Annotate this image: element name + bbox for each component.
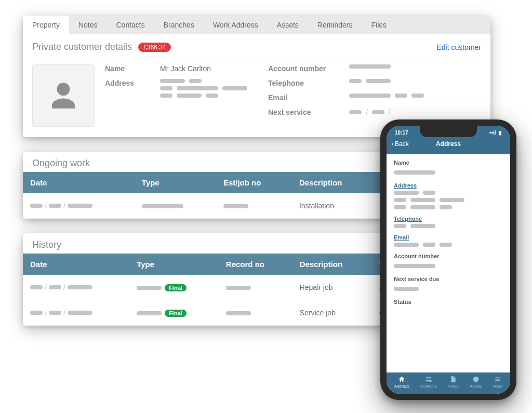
col-description: Description [292,172,376,193]
phone-nav-title: Address [436,140,461,148]
svg-point-0 [473,377,479,382]
cell-date: // [30,202,127,210]
name-label: Name [105,64,152,73]
tab-notes[interactable]: Notes [69,16,107,34]
back-label: Back [395,140,409,148]
phone-device: 10:17 ••ıl ▮ ‹ Back Address Name Address [380,119,516,400]
cell-record-no [226,286,251,290]
ptab-assets[interactable]: Assets [470,376,482,389]
cell-description: Service job [292,300,372,326]
account-value [349,64,391,69]
name-value: Mr Jack Carlton [160,64,211,73]
cell-date: // [30,283,122,291]
col-type: Type [135,172,216,193]
balance-badge: £366.34 [138,43,171,52]
account-label: Account number [268,64,341,73]
p-name-label: Name [394,159,503,166]
notes-icon [449,376,457,383]
col-date: Date [23,254,129,275]
avatar [32,64,95,127]
phone-tab-bar: Address Contacts Notes Assets More [387,372,510,394]
tab-files[interactable]: Files [362,16,396,34]
cell-type: Final [129,300,219,326]
section-title: Private customer details [32,42,132,52]
p-email-link[interactable]: Email [394,234,503,241]
person-icon [46,78,81,113]
email-label: Email [268,94,341,102]
ptab-more[interactable]: More [493,376,502,389]
cell-description: Repair job [292,275,372,300]
p-account-label: Account number [394,253,503,259]
contacts-icon [425,376,432,383]
cell-type [142,204,183,208]
tab-branches[interactable]: Branches [154,16,204,34]
cell-description: Installation [292,193,376,219]
col-description: Description [292,254,372,275]
next-service-label: Next service [268,108,341,116]
ongoing-title: Ongoing work [23,152,99,172]
p-telephone-link[interactable]: Telephone [394,216,503,222]
cell-record-no [226,311,251,315]
tab-contacts[interactable]: Contacts [107,16,154,34]
telephone-label: Telephone [268,79,341,87]
next-service-value: // [349,108,391,116]
telephone-value [349,79,391,83]
property-card: Property Notes Contacts Branches Work Ad… [23,16,490,137]
menu-icon [494,376,501,383]
ptab-address[interactable]: Address [394,376,409,389]
email-value [349,94,424,98]
p-next-service-label: Next service due [394,276,503,282]
col-est-job-no: Est/job no [216,172,292,193]
phone-back-button[interactable]: ‹ Back [392,140,409,148]
cell-date: // [30,309,122,317]
tab-property[interactable]: Property [23,16,69,34]
cell-type: Final [129,275,219,300]
ptab-notes[interactable]: Notes [448,376,459,389]
col-date: Date [23,172,135,193]
p-address-link[interactable]: Address [394,182,503,189]
tab-bar: Property Notes Contacts Branches Work Ad… [23,16,490,34]
tab-work-address[interactable]: Work Address [204,16,268,34]
phone-time: 10:17 [395,130,408,136]
ptab-contacts[interactable]: Contacts [420,376,437,389]
info-icon [472,376,480,383]
home-icon [398,376,405,383]
address-label: Address [105,79,152,87]
edit-customer-link[interactable]: Edit customer [436,43,481,51]
tab-reminders[interactable]: Reminders [308,16,362,34]
cell-job-no [223,204,248,208]
chevron-left-icon: ‹ [392,140,394,148]
col-record-no: Record no [219,254,292,275]
tab-assets[interactable]: Assets [268,16,308,34]
phone-status-icons: ••ıl ▮ [489,130,502,136]
address-value [160,79,247,98]
p-status-label: Status [394,299,503,305]
col-type: Type [129,254,219,275]
